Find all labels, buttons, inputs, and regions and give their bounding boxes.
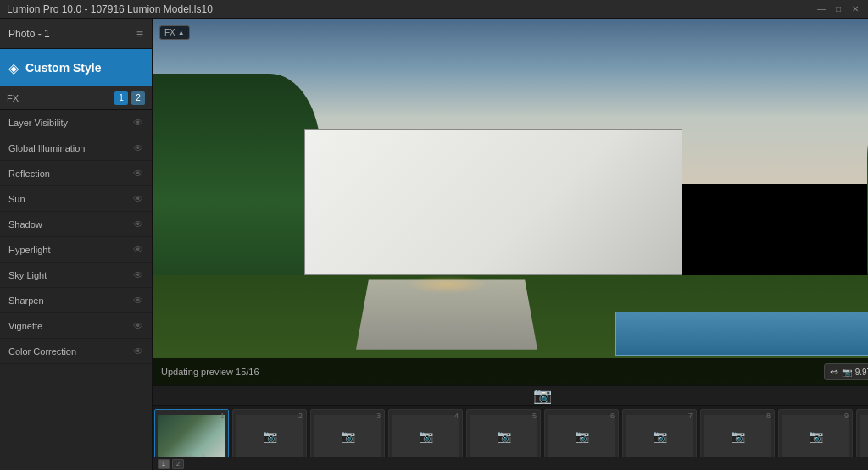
fx-item-label: Color Correction: [8, 346, 76, 357]
photo-header: Photo - 1 ≡: [0, 19, 152, 49]
slot-empty: 📷: [548, 415, 615, 457]
fx-page-1[interactable]: 1: [114, 91, 128, 105]
fx-item-label: Reflection: [8, 169, 50, 179]
film-slot-1[interactable]: 1Photo - 1: [154, 409, 229, 457]
fx-item-label: Layer Visibility: [8, 118, 68, 128]
fx-item-sun[interactable]: Sun👁: [0, 186, 152, 212]
fx-item-sky-light[interactable]: Sky Light👁: [0, 263, 152, 288]
film-slot-8[interactable]: 8📷: [700, 409, 775, 457]
fx-item-label: Sun: [8, 194, 25, 204]
eye-icon[interactable]: 👁: [133, 142, 143, 154]
viewport[interactable]: FX ▲ 1 Updating preview 15/16 ⇔ 📷 9.97m …: [153, 19, 868, 385]
maximize-button[interactable]: □: [832, 3, 844, 15]
slot-number: 6: [610, 412, 615, 420]
night-glow: [405, 275, 489, 294]
main-layout: Photo - 1 ≡ ◈ Custom Style FX 1 2 Layer …: [0, 19, 868, 470]
status-text: Updating preview 15/16: [161, 367, 259, 377]
slot-number: 3: [376, 412, 381, 420]
film-slot-9[interactable]: 9📷: [778, 409, 853, 457]
scene: [153, 19, 868, 385]
film-slot-10[interactable]: 10📷: [856, 409, 868, 457]
photo-title: Photo - 1: [8, 28, 50, 40]
filmstrip-top: 📷: [153, 386, 868, 406]
slot-number: 9: [844, 412, 849, 420]
center-area: FX ▲ 1 Updating preview 15/16 ⇔ 📷 9.97m …: [153, 19, 868, 470]
film-slot-2[interactable]: 2📷: [232, 409, 307, 457]
slot-number: 7: [688, 412, 693, 420]
slot-name: Photo - 1: [155, 453, 228, 457]
slot-empty: 📷: [392, 415, 459, 457]
titlebar-title: Lumion Pro 10.0 - 107916 Lumion Model.ls…: [7, 3, 213, 15]
slot-number: 5: [532, 412, 537, 420]
view-icon: ⇔: [830, 366, 838, 378]
fx-item-layer-visibility[interactable]: Layer Visibility👁: [0, 110, 152, 135]
fx-item-label: Global Illumination: [8, 143, 86, 153]
custom-style-label: Custom Style: [25, 61, 101, 75]
fx-item-hyperlight[interactable]: Hyperlight👁: [0, 237, 152, 263]
eye-icon[interactable]: 👁: [133, 346, 143, 357]
fx-page-2[interactable]: 2: [131, 91, 145, 105]
fx-badge-text: FX: [164, 28, 175, 37]
slot-thumbnail: [158, 415, 225, 457]
slot-empty: 📷: [236, 415, 303, 457]
fx-badge-icon: ▲: [178, 29, 185, 36]
slot-empty: 📷: [860, 415, 868, 457]
pool: [615, 312, 868, 356]
film-slot-5[interactable]: 5📷: [466, 409, 541, 457]
fx-item-label: Vignette: [8, 321, 42, 331]
film-slot-3[interactable]: 3📷: [310, 409, 385, 457]
titlebar-controls: — □ ✕: [815, 3, 861, 15]
close-button[interactable]: ✕: [849, 3, 861, 15]
film-slot-7[interactable]: 7📷: [622, 409, 697, 457]
eye-icon[interactable]: 👁: [133, 168, 143, 180]
building: [304, 129, 682, 275]
eye-icon[interactable]: 👁: [133, 218, 143, 230]
titlebar: Lumion Pro 10.0 - 107916 Lumion Model.ls…: [0, 0, 868, 19]
left-panel: Photo - 1 ≡ ◈ Custom Style FX 1 2 Layer …: [0, 19, 153, 470]
view-controls[interactable]: ⇔ 📷 9.97m ▼: [824, 363, 868, 380]
minimize-button[interactable]: —: [815, 3, 827, 15]
fx-item-label: Sharpen: [8, 296, 44, 306]
film-slot-6[interactable]: 6📷: [544, 409, 619, 457]
view-icon2: 📷: [842, 368, 852, 377]
eye-icon[interactable]: 👁: [133, 320, 143, 332]
slot-empty: 📷: [626, 415, 693, 457]
fx-item-color-correction[interactable]: Color Correction👁: [0, 339, 152, 364]
custom-style-header[interactable]: ◈ Custom Style: [0, 49, 152, 86]
eye-icon[interactable]: 👁: [133, 244, 143, 256]
slot-empty: 📷: [470, 415, 537, 457]
filmstrip: 1Photo - 12📷3📷4📷5📷6📷7📷8📷9📷10📷: [153, 406, 868, 457]
slot-number: 4: [454, 412, 459, 420]
slot-number: 2: [298, 412, 303, 420]
fx-item-shadow[interactable]: Shadow👁: [0, 212, 152, 237]
fx-bar: FX 1 2: [0, 86, 152, 110]
viewport-bottom-bar: Updating preview 15/16 ⇔ 📷 9.97m ▼ Focal…: [153, 358, 868, 385]
eye-icon[interactable]: 👁: [133, 295, 143, 307]
fx-item-label: Shadow: [8, 219, 42, 229]
custom-style-icon: ◈: [8, 60, 19, 76]
fx-badge: FX ▲: [159, 25, 190, 40]
fx-item-label: Hyperlight: [8, 245, 51, 255]
fx-item-global-illumination[interactable]: Global Illumination👁: [0, 135, 152, 161]
page-btn-2[interactable]: 2: [172, 459, 184, 469]
slot-empty: 📷: [704, 415, 771, 457]
slot-empty: 📷: [782, 415, 849, 457]
slot-number: 1: [220, 412, 225, 420]
bottom-strip: 📷 1Photo - 12📷3📷4📷5📷6📷7📷8📷9📷10📷 1 2 📷 🚶 …: [153, 385, 868, 470]
page-btn-1[interactable]: 1: [158, 459, 170, 469]
fx-item-vignette[interactable]: Vignette👁: [0, 313, 152, 339]
fx-label: FX: [7, 93, 19, 103]
fx-item-sharpen[interactable]: Sharpen👁: [0, 288, 152, 313]
fx-item-reflection[interactable]: Reflection👁: [0, 161, 152, 186]
fx-items-list: Layer Visibility👁Global Illumination👁Ref…: [0, 110, 152, 470]
eye-icon[interactable]: 👁: [133, 193, 143, 205]
film-slot-4[interactable]: 4📷: [388, 409, 463, 457]
add-photo-icon[interactable]: 📷: [533, 386, 552, 405]
eye-icon[interactable]: 👁: [133, 117, 143, 129]
slot-pagination: 1 2: [153, 457, 868, 470]
distance-value: 9.97m: [855, 368, 868, 377]
fx-item-label: Sky Light: [8, 270, 47, 280]
slot-empty: 📷: [314, 415, 381, 457]
menu-icon[interactable]: ≡: [136, 27, 143, 41]
eye-icon[interactable]: 👁: [133, 269, 143, 281]
